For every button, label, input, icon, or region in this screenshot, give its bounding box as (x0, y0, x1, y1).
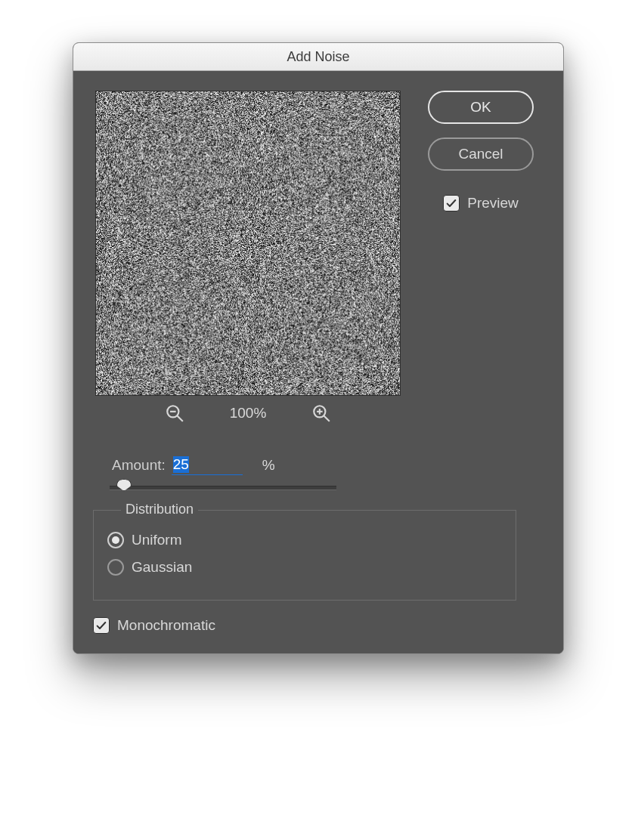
radio-icon (107, 559, 124, 576)
zoom-level: 100% (230, 405, 267, 422)
cancel-button[interactable]: Cancel (428, 137, 534, 171)
dialog-title: Add Noise (287, 49, 349, 65)
distribution-group: Distribution Uniform Gaussian (93, 510, 516, 601)
ok-button-label: OK (470, 99, 491, 116)
zoom-controls: 100% (95, 403, 401, 423)
preview-checkbox[interactable]: Preview (443, 195, 519, 212)
zoom-in-icon[interactable] (311, 403, 331, 423)
radio-label: Gaussian (132, 559, 192, 576)
svg-line-1 (177, 415, 183, 422)
amount-row: Amount: % (95, 455, 401, 475)
amount-label: Amount: (112, 457, 166, 474)
checkbox-icon (443, 195, 460, 212)
ok-button[interactable]: OK (428, 91, 534, 124)
monochromatic-label: Monochromatic (117, 617, 215, 634)
svg-line-4 (324, 415, 330, 422)
radio-uniform[interactable]: Uniform (107, 532, 502, 548)
radio-gaussian[interactable]: Gaussian (107, 559, 502, 576)
checkbox-icon (93, 617, 110, 634)
add-noise-dialog: Add Noise 100% (73, 42, 564, 654)
dialog-body: 100% Amount: % (73, 71, 563, 653)
radio-icon (107, 532, 124, 548)
amount-slider[interactable] (110, 486, 336, 490)
titlebar[interactable]: Add Noise (73, 43, 563, 71)
amount-input[interactable] (172, 455, 243, 475)
radio-label: Uniform (132, 532, 182, 548)
monochromatic-checkbox[interactable]: Monochromatic (93, 617, 215, 634)
distribution-legend: Distribution (121, 502, 198, 517)
noise-preview[interactable] (95, 91, 401, 396)
amount-unit: % (262, 457, 275, 474)
cancel-button-label: Cancel (458, 146, 503, 162)
zoom-out-icon[interactable] (165, 403, 184, 423)
preview-label: Preview (467, 195, 519, 212)
